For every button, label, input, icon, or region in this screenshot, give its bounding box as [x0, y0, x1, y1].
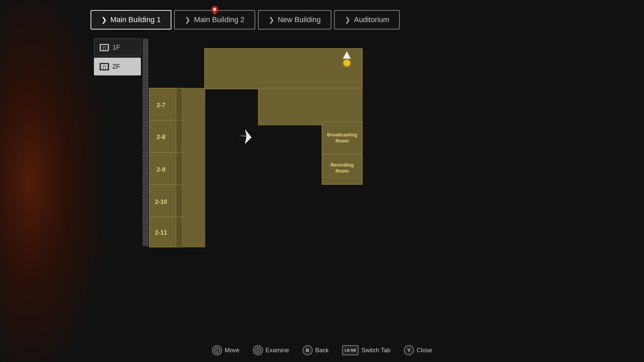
svg-rect-79	[176, 88, 183, 121]
tab-auditorium[interactable]: ❯ Auditorium	[334, 10, 400, 29]
svg-rect-88	[176, 185, 183, 218]
map-ruler	[144, 39, 148, 246]
svg-rect-1	[101, 45, 108, 50]
svg-marker-95	[238, 129, 252, 144]
svg-rect-2	[103, 47, 106, 50]
tab-main2-label: Main Building 2	[194, 15, 244, 24]
switch-tab-button-icon: LB RB	[342, 345, 359, 355]
navigation-tabs: ❯ Main Building 1 ❯ Main Building 2 ❯ Ne…	[91, 10, 400, 29]
chevron-icon: ❯	[101, 16, 107, 24]
floor-2f-label: 2F	[112, 63, 120, 70]
move-button-icon	[212, 345, 222, 355]
floor-1f-label: 1F	[112, 44, 120, 51]
control-bar: Move Examine B Back	[0, 345, 644, 355]
svg-rect-4	[103, 66, 106, 69]
svg-text:2-9: 2-9	[157, 166, 165, 173]
floor-2f-icon	[100, 63, 109, 70]
svg-rect-93	[182, 88, 205, 247]
control-back: B Back	[303, 345, 329, 355]
svg-rect-70	[205, 49, 362, 89]
control-move: Move	[212, 345, 239, 355]
back-button-icon: B	[303, 345, 313, 355]
control-switch: LB RB Switch Tab	[342, 345, 390, 355]
svg-rect-82	[176, 120, 183, 153]
close-button-icon: Y	[404, 345, 414, 355]
move-label: Move	[225, 347, 239, 354]
svg-rect-5	[147, 39, 148, 246]
tab-auditorium-label: Auditorium	[354, 15, 389, 24]
tab-main-building-1[interactable]: ❯ Main Building 1	[91, 10, 171, 29]
svg-point-98	[216, 349, 218, 352]
chevron-icon: ❯	[269, 16, 274, 24]
chevron-icon: ❯	[185, 16, 191, 24]
examine-label: Examine	[266, 347, 289, 354]
control-examine: Examine	[253, 345, 289, 355]
floor-1f-icon	[100, 44, 109, 51]
svg-rect-85	[176, 153, 183, 185]
tab-new-label: New Building	[278, 15, 321, 24]
main-content: ❯ Main Building 1 ❯ Main Building 2 ❯ Ne…	[0, 0, 644, 362]
floor-1f-button[interactable]: 1F	[94, 39, 141, 56]
close-label: Close	[417, 347, 432, 354]
examine-button-icon	[253, 345, 263, 355]
svg-rect-91	[176, 217, 183, 247]
control-close: Y Close	[404, 345, 432, 355]
svg-rect-3	[101, 64, 108, 69]
svg-point-104	[257, 349, 259, 352]
svg-text:Broadcasting: Broadcasting	[327, 132, 357, 137]
svg-text:2-10: 2-10	[155, 198, 167, 205]
floor-selector: 1F 2F	[94, 39, 141, 75]
tab-main-building-2[interactable]: ❯ Main Building 2	[174, 10, 255, 29]
floor-2f-button[interactable]: 2F	[94, 58, 141, 75]
location-pin-icon	[211, 6, 218, 15]
chevron-icon: ❯	[345, 16, 351, 24]
svg-text:2-7: 2-7	[157, 102, 165, 109]
svg-text:Recording: Recording	[330, 162, 354, 168]
svg-point-94	[343, 60, 350, 66]
tab-main1-label: Main Building 1	[110, 15, 161, 24]
svg-point-0	[213, 8, 216, 11]
back-label: Back	[315, 347, 329, 354]
svg-text:2-11: 2-11	[155, 229, 167, 236]
svg-text:2-8: 2-8	[157, 134, 165, 140]
svg-rect-71	[258, 88, 362, 125]
svg-text:Room: Room	[335, 138, 349, 143]
switch-tab-label: Switch Tab	[361, 347, 390, 354]
svg-text:Room: Room	[335, 168, 349, 174]
tab-new-building[interactable]: ❯ New Building	[258, 10, 331, 29]
